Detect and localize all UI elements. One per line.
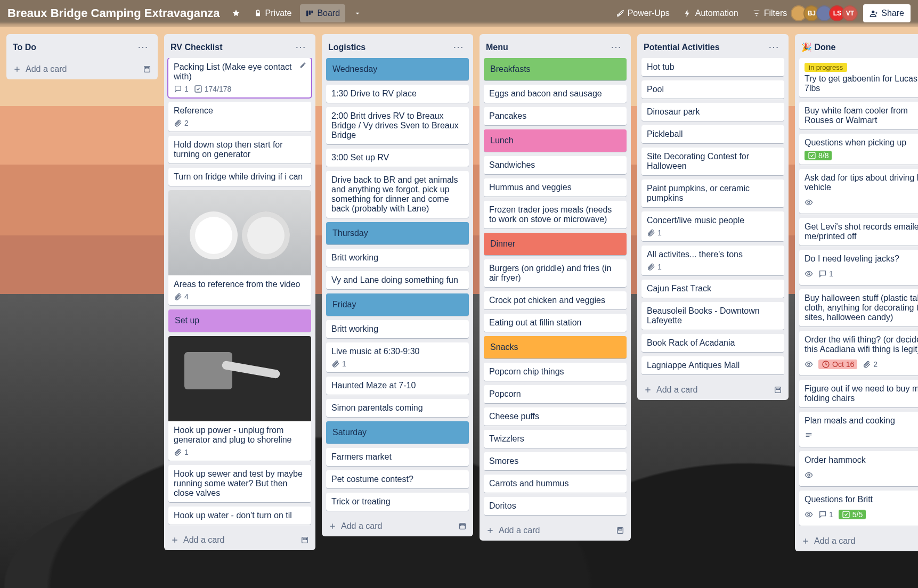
card[interactable]: 2:00 Britt drives RV to Breaux Bridge / … (326, 107, 469, 144)
card[interactable]: Questions for Britt15/5 (799, 491, 918, 526)
list-title[interactable]: Menu (486, 43, 607, 52)
card[interactable]: Buy halloween stuff (plastic table cloth… (799, 289, 918, 326)
card[interactable]: Twizzlers (484, 430, 627, 448)
card[interactable]: Lagniappe Antiques Mall (641, 356, 784, 374)
template-icon[interactable] (458, 522, 467, 530)
card[interactable]: Dinosaur park (641, 103, 784, 121)
card[interactable]: Smores (484, 452, 627, 470)
card[interactable]: All activites... there's tons1 (641, 246, 784, 275)
automation-button[interactable]: Automation (678, 4, 744, 22)
card[interactable]: Haunted Maze at 7-10 (326, 377, 469, 395)
card[interactable]: 1:30 Drive to RV place (326, 85, 469, 103)
card[interactable]: Cheese puffs (484, 407, 627, 426)
star-button[interactable] (227, 4, 245, 22)
card[interactable]: Popcorn (484, 385, 627, 403)
card[interactable]: Sandwiches (484, 156, 627, 174)
card[interactable]: Britt working (326, 249, 469, 267)
card[interactable]: Farmers market (326, 448, 469, 466)
list-menu-button[interactable] (134, 39, 151, 55)
view-switcher-button[interactable] (348, 4, 367, 22)
avatar[interactable]: VT (842, 5, 858, 21)
card[interactable]: Crock pot chicken and veggies (484, 291, 627, 309)
card[interactable]: Plan meals and cooking (799, 412, 918, 447)
card[interactable]: Site Decorating Contest for Halloween (641, 148, 784, 175)
section-card[interactable]: Dinner (484, 233, 627, 255)
template-icon[interactable] (300, 536, 309, 544)
card[interactable]: Get Levi's shot records emailed to me/pr… (799, 218, 918, 246)
list-title[interactable]: Potential Activities (644, 43, 765, 52)
card[interactable]: Beausoleil Books - Downtown Lafeyette (641, 302, 784, 330)
section-card[interactable]: Saturday (326, 421, 469, 444)
card[interactable]: Simon parentals coming (326, 399, 469, 417)
card[interactable]: Carrots and hummus (484, 475, 627, 493)
card[interactable]: Turn on fridge while driving if i can (168, 168, 311, 186)
edit-card-button[interactable] (299, 61, 308, 71)
board-title[interactable]: Breaux Bridge Camping Extravaganza (7, 6, 220, 20)
card[interactable]: Paint pumpkins, or ceramic pumpkins (641, 179, 784, 207)
card[interactable]: Pickleball (641, 125, 784, 143)
add-card-button[interactable]: Add a card (164, 530, 315, 550)
card[interactable]: Concert/live music people1 (641, 211, 784, 241)
section-card[interactable]: Wednesday (326, 58, 469, 80)
section-card[interactable]: Thursday (326, 222, 469, 244)
visibility-button[interactable]: Private (248, 4, 297, 22)
section-card[interactable]: Breakfasts (484, 58, 627, 80)
card[interactable]: Hook up sewer and test by maybe running … (168, 465, 311, 502)
card[interactable]: Hummus and veggies (484, 178, 627, 197)
card[interactable]: Pool (641, 80, 784, 99)
card-label[interactable]: in progress (805, 63, 847, 72)
add-card-button[interactable]: Add a card (6, 59, 158, 79)
card[interactable]: Do I need leveling jacks?1 (799, 250, 918, 285)
card[interactable]: Order the wifi thing? (or decide if this… (799, 331, 918, 375)
card[interactable]: Hold down stop then start for turning on… (168, 136, 311, 164)
board-members[interactable]: BJ LS VT (794, 5, 858, 21)
template-icon[interactable] (616, 526, 624, 535)
board-canvas[interactable]: To Do Add a card RV Checklist Packing Li… (0, 27, 918, 588)
card[interactable]: Hook up power - unplug from generator an… (168, 336, 311, 461)
add-card-button[interactable]: Add a card (795, 531, 918, 551)
list-menu-button[interactable] (450, 39, 467, 55)
card[interactable]: Drive back to BR and get animals and any… (326, 171, 469, 218)
template-icon[interactable] (143, 65, 151, 74)
board-view-button[interactable]: Board (300, 4, 345, 22)
card[interactable]: Pet costume contest? (326, 470, 469, 488)
card[interactable]: Pancakes (484, 107, 627, 125)
card[interactable]: Questions when picking up8/8 (799, 134, 918, 165)
template-icon[interactable] (774, 386, 782, 394)
card[interactable]: Popcorn chip things (484, 363, 627, 381)
card[interactable]: Hook up water - don't turn on til (168, 507, 311, 525)
list-title[interactable]: RV Checklist (170, 43, 292, 52)
card[interactable]: Hot tub (641, 58, 784, 76)
card[interactable]: Packing List (Make eye contact with)1174… (168, 58, 311, 97)
list-title[interactable]: To Do (13, 43, 134, 52)
card[interactable]: Trick or treating (326, 493, 469, 511)
card[interactable]: in progressTry to get gaboentin for Luca… (799, 58, 918, 97)
card[interactable]: Doritos (484, 497, 627, 515)
section-card[interactable]: Lunch (484, 129, 627, 152)
add-card-button[interactable]: Add a card (322, 516, 473, 536)
card[interactable]: Ask dad for tips about driving large veh… (799, 169, 918, 214)
list-title[interactable]: 🎉 Done (801, 42, 918, 52)
power-ups-button[interactable]: Power-Ups (611, 4, 675, 22)
card[interactable]: Order hammock (799, 451, 918, 486)
filters-button[interactable]: Filters (747, 4, 793, 22)
card[interactable]: Frozen trader joes meals (needs to work … (484, 201, 627, 228)
section-card[interactable]: Friday (326, 293, 469, 316)
card[interactable]: Cajun Fast Track (641, 280, 784, 298)
list-title[interactable]: Logistics (328, 43, 450, 52)
card[interactable]: Figure out if we need to buy more foldin… (799, 380, 918, 407)
list-menu-button[interactable] (292, 39, 309, 55)
card[interactable]: Eating out at fillin station (484, 314, 627, 332)
card[interactable]: Buy white foam cooler from Rouses or Wal… (799, 102, 918, 129)
list-menu-button[interactable] (607, 39, 624, 55)
card[interactable]: Burgers (on griddle) and fries (in air f… (484, 259, 627, 287)
add-card-button[interactable]: Add a card (480, 520, 631, 541)
card[interactable]: Eggs and bacon and sausage (484, 85, 627, 103)
card[interactable]: Areas to reference from the video4 (168, 190, 311, 305)
card[interactable]: 3:00 Set up RV (326, 149, 469, 167)
section-card[interactable]: Set up (168, 309, 311, 332)
card[interactable]: Book Rack of Acadania (641, 334, 784, 352)
card[interactable]: Live music at 6:30-9:301 (326, 342, 469, 372)
card[interactable]: Reference2 (168, 102, 311, 132)
share-button[interactable]: Share (863, 4, 911, 22)
